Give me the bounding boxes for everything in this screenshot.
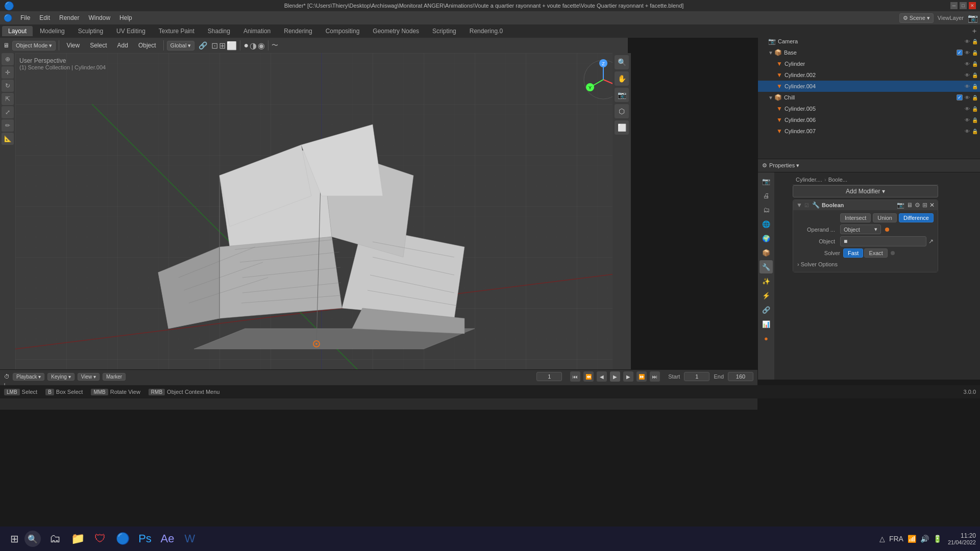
modifier-props-icon[interactable]: 🔧 <box>760 260 773 273</box>
operand-dropdown[interactable]: Object ▾ <box>840 224 881 234</box>
solid-shading-icon[interactable]: ● <box>243 41 249 51</box>
tab-compositing[interactable]: Compositing <box>320 26 366 36</box>
global-dropdown[interactable]: Global ▾ <box>167 41 195 51</box>
taskbar-file-explorer[interactable]: 🗂 <box>45 529 65 549</box>
bool-check-icon[interactable]: ☑ <box>804 203 809 208</box>
object-props-icon[interactable]: 📦 <box>760 246 773 259</box>
add-modifier-button[interactable]: Add Modifier ▾ <box>793 185 938 197</box>
tool-scale[interactable]: ⇱ <box>2 93 14 105</box>
taskbar-aftereffects[interactable]: Ae <box>157 529 178 549</box>
outliner-item-cylinder005[interactable]: ▼ Cylinder.005 👁 🔒 <box>758 103 980 114</box>
pan-icon[interactable]: ✋ <box>615 71 629 86</box>
physics-props-icon[interactable]: ⚡ <box>760 289 773 302</box>
close-button[interactable]: ✕ <box>969 2 976 9</box>
menu-edit[interactable]: Edit <box>35 13 54 22</box>
cyl005-eye[interactable]: 👁 <box>965 106 970 112</box>
world-props-icon[interactable]: 🌍 <box>760 232 773 245</box>
solver-options-expand[interactable]: › Solver Options <box>797 261 838 267</box>
base-eye-icon[interactable]: 👁 <box>965 50 970 56</box>
wifi-icon[interactable]: 📶 <box>908 535 916 543</box>
view-layer-props-icon[interactable]: 🗂 <box>760 203 773 216</box>
breadcrumb-boolean[interactable]: Boole... <box>828 177 847 183</box>
keying-dropdown[interactable]: Keying ▾ <box>47 373 74 381</box>
keyboard-icon[interactable]: FRA <box>889 535 903 543</box>
base-vis-checkbox[interactable]: ✓ <box>957 49 963 56</box>
jump-start-btn[interactable]: ⏮ <box>570 371 580 382</box>
tool-measure[interactable]: 📐 <box>2 133 14 145</box>
orthographic-icon[interactable]: ⬜ <box>615 120 629 135</box>
tab-animation[interactable]: Animation <box>237 26 277 36</box>
taskbar-search-btn[interactable]: 🔍 <box>24 531 41 547</box>
start-button[interactable]: ⊞ <box>4 529 24 549</box>
difference-button[interactable]: Difference <box>899 213 934 222</box>
cyl005-lock[interactable]: 🔒 <box>972 106 978 112</box>
view-menu[interactable]: View <box>62 41 84 50</box>
minimize-button[interactable]: ─ <box>950 2 958 9</box>
speaker-icon[interactable]: 🔊 <box>920 535 929 543</box>
tab-shading[interactable]: Shading <box>202 26 236 36</box>
select-menu[interactable]: Select <box>86 41 111 50</box>
bool-settings-icon[interactable]: ⚙ <box>915 202 920 209</box>
playback-dropdown[interactable]: Playback ▾ <box>13 373 44 381</box>
overlay-icon[interactable]: ⊞ <box>219 41 226 51</box>
chill-eye-icon[interactable]: 👁 <box>965 95 970 101</box>
taskbar-photoshop[interactable]: Ps <box>135 529 155 549</box>
data-props-icon[interactable]: 📊 <box>760 317 773 331</box>
next-key-btn[interactable]: ⏩ <box>636 371 647 382</box>
taskbar-word[interactable]: W <box>180 529 200 549</box>
outliner-item-chill[interactable]: ▼ 📦 Chill ✓ 👁 🔒 <box>758 92 980 103</box>
object-picker-icon[interactable]: ↗ <box>928 238 934 245</box>
camera-eye-icon[interactable]: 👁 <box>965 39 970 44</box>
view-dropdown[interactable]: View ▾ <box>78 373 100 381</box>
constraints-props-icon[interactable]: 🔗 <box>760 303 773 316</box>
cyl004-eye-icon[interactable]: 👁 <box>965 84 970 89</box>
prev-frame-btn[interactable]: ◀ <box>597 371 607 382</box>
end-frame-input[interactable] <box>728 372 753 381</box>
camera-perspective-icon[interactable]: ⬡ <box>615 104 629 118</box>
battery-icon[interactable]: 🔋 <box>933 535 942 543</box>
tab-modeling[interactable]: Modeling <box>34 26 71 36</box>
jump-end-btn[interactable]: ⏭ <box>650 371 660 382</box>
intersect-button[interactable]: Intersect <box>840 213 871 222</box>
tab-texture-paint[interactable]: Texture Paint <box>153 26 201 36</box>
menu-window[interactable]: Window <box>84 13 114 22</box>
material-props-icon[interactable]: ● <box>760 332 773 345</box>
tool-move[interactable]: ✛ <box>2 66 14 79</box>
taskbar-blender[interactable]: 🔵 <box>112 529 133 549</box>
tab-uv-editing[interactable]: UV Editing <box>110 26 152 36</box>
add-menu[interactable]: Add <box>113 41 132 50</box>
outliner-item-cylinder007[interactable]: ▼ Cylinder.007 👁 🔒 <box>758 126 980 137</box>
viewport-3d[interactable]: User Perspective (1) Scene Collection | … <box>15 53 628 369</box>
snap-icon[interactable]: 🔗 <box>197 41 209 49</box>
union-button[interactable]: Union <box>873 213 897 222</box>
add-workspace-btn[interactable]: ＋ <box>971 27 978 36</box>
prev-key-btn[interactable]: ⏪ <box>583 371 594 382</box>
cyl007-lock[interactable]: 🔒 <box>972 129 978 134</box>
tab-geometry-nodes[interactable]: Geometry Nodes <box>366 26 425 36</box>
outliner-item-cylinder006[interactable]: ▼ Cylinder.006 👁 🔒 <box>758 114 980 126</box>
start-frame-input[interactable] <box>684 372 709 381</box>
current-frame-input[interactable] <box>536 372 562 381</box>
wireframe-icon[interactable]: ⊡ <box>211 41 218 51</box>
bool-expand-icon[interactable]: ▼ <box>796 202 802 209</box>
object-input[interactable]: ■ <box>840 236 926 246</box>
scene-props-icon[interactable]: 🌐 <box>760 217 773 231</box>
outliner-item-cylinder004[interactable]: ▼ Cylinder.004 👁 🔒 <box>758 81 980 92</box>
cyl-eye-icon[interactable]: 👁 <box>965 61 970 67</box>
tab-rendering2[interactable]: Rendering.0 <box>463 26 509 36</box>
arrow-icon[interactable]: △ <box>879 535 885 543</box>
breadcrumb-cylinder[interactable]: Cylinder.... <box>796 177 822 183</box>
chill-lock-icon[interactable]: 🔒 <box>972 95 978 101</box>
cyl-lock-icon[interactable]: 🔒 <box>972 61 978 67</box>
bool-close-icon[interactable]: ✕ <box>929 202 935 209</box>
mode-dropdown[interactable]: Object Mode ▾ <box>12 41 56 51</box>
outliner-item-base[interactable]: ▼ 📦 Base ✓ 👁 🔒 <box>758 47 980 58</box>
cyl002-eye-icon[interactable]: 👁 <box>965 72 970 78</box>
fast-solver-button[interactable]: Fast <box>843 248 863 258</box>
play-btn[interactable]: ▶ <box>610 371 620 382</box>
tab-scripting[interactable]: Scripting <box>426 26 462 36</box>
orbit-icon[interactable]: 📷 <box>615 88 629 102</box>
cyl002-lock-icon[interactable]: 🔒 <box>972 72 978 78</box>
cyl004-lock-icon[interactable]: 🔒 <box>972 84 978 89</box>
bool-expand-header-icon[interactable]: ⊞ <box>922 202 927 209</box>
